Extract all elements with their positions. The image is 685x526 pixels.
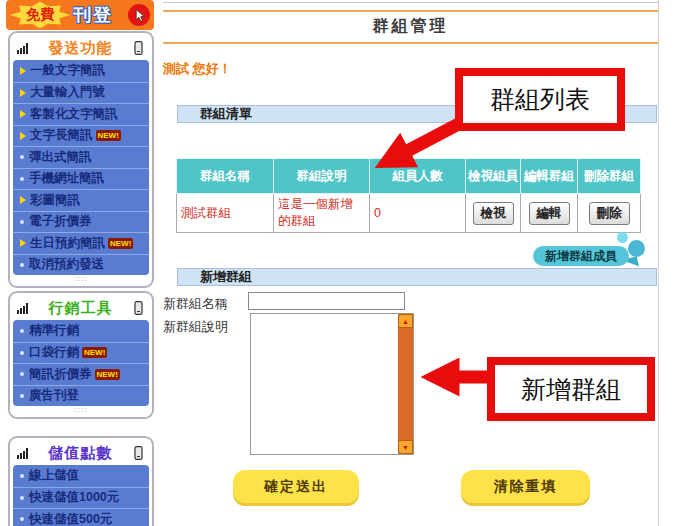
panel-head-points: 儲值點數 xyxy=(13,441,149,465)
textarea-scrollbar: ▲ ▼ xyxy=(398,314,413,454)
sidebar-item-ad-posting[interactable]: 廣告刊登 xyxy=(13,385,149,407)
sidebar-item-general-sms[interactable]: 一般文字簡訊 xyxy=(13,60,149,82)
cell-group-name: 測試群組 xyxy=(177,194,274,233)
sidebar-item-label: 生日預約簡訊 xyxy=(30,235,105,252)
scrollbar-thumb[interactable] xyxy=(398,328,413,440)
panel-title-points: 儲值點數 xyxy=(49,444,113,463)
cell-group-desc: 這是一個新增的群組 xyxy=(274,194,370,233)
new-group-name-input[interactable] xyxy=(248,292,405,310)
arrow-bullet-icon xyxy=(20,132,26,140)
sidebar-item-custom-sms[interactable]: 客製化文字簡訊 xyxy=(13,103,149,125)
circle-bullet-icon xyxy=(20,220,24,224)
sidebar-item-birthday-sms[interactable]: 生日預約簡訊 NEW! xyxy=(13,232,149,254)
signal-icon xyxy=(16,446,30,460)
page: 免費 刊登 發送功能 一般文字簡訊 xyxy=(0,0,685,526)
sidebar-item-label: 彩圖簡訊 xyxy=(30,192,80,209)
sidebar-item-pocket-marketing[interactable]: 口袋行銷 NEW! xyxy=(13,342,149,364)
circle-bullet-icon xyxy=(20,474,24,478)
sidebar-panel-points: 儲值點數 線上儲值 快速儲值1000元 快速儲值500元 xyxy=(8,436,154,526)
scroll-up-icon[interactable]: ▲ xyxy=(398,314,413,328)
signal-icon xyxy=(16,301,30,315)
bubble-decoration xyxy=(628,240,645,257)
delete-button[interactable]: 刪除 xyxy=(589,202,630,225)
circle-bullet-icon xyxy=(20,394,24,398)
promo-banner[interactable]: 免費 刊登 xyxy=(6,0,154,30)
group-table: 群組名稱 群組說明 組員人數 檢視組員 編輯群組 刪除群組 測試群組 這是一個新… xyxy=(176,158,641,233)
add-member-button[interactable]: 新增群組成員 xyxy=(533,246,629,266)
circle-bullet-icon xyxy=(20,177,24,181)
annotation-group-list: 群組列表 xyxy=(455,68,625,131)
new-group-desc-label: 新群組說明 xyxy=(163,318,228,336)
circle-bullet-icon xyxy=(20,263,24,267)
sidebar-item-cancel-scheduled[interactable]: 取消預約發送 xyxy=(13,254,149,276)
sidebar-panel-send: 發送功能 一般文字簡訊 大量輸入門號 客製化文字簡訊 文字長簡訊 xyxy=(8,31,154,288)
new-group-desc-field: ▲ ▼ xyxy=(250,313,414,455)
hand-cursor-icon xyxy=(128,4,150,26)
sidebar-item-label: 大量輸入門號 xyxy=(30,84,105,101)
sidebar-panel-marketing: 行銷工具 精準行銷 口袋行銷 NEW! 簡訊折價券 NEW! xyxy=(8,291,154,419)
submit-button[interactable]: 確定送出 xyxy=(233,470,359,503)
circle-bullet-icon xyxy=(20,329,24,333)
post-label: 刊登 xyxy=(73,3,113,27)
arrow-bullet-icon xyxy=(20,196,26,204)
circle-bullet-icon xyxy=(20,372,24,376)
clear-button[interactable]: 清除重填 xyxy=(461,470,590,503)
circle-bullet-icon xyxy=(20,155,24,159)
arrow-bullet-icon xyxy=(20,110,26,118)
sidebar-item-popup-sms[interactable]: 彈出式簡訊 xyxy=(13,146,149,168)
sidebar-item-picture-sms[interactable]: 彩圖簡訊 xyxy=(13,189,149,211)
sidebar-item-label: 精準行銷 xyxy=(29,322,79,339)
add-group-section-title: 新增群組 xyxy=(200,268,252,286)
marketing-menu: 精準行銷 口袋行銷 NEW! 簡訊折價券 NEW! 廣告刊登 xyxy=(13,320,149,406)
page-title: 群組管理 xyxy=(163,16,658,37)
sidebar-item-precision-marketing[interactable]: 精準行銷 xyxy=(13,320,149,342)
arrow-bullet-icon xyxy=(20,239,26,247)
sidebar-item-quick-topup-1000[interactable]: 快速儲值1000元 xyxy=(13,487,149,509)
greeting-text: 測試 您好！ xyxy=(163,60,232,78)
panel-title-send: 發送功能 xyxy=(49,39,113,58)
sidebar-item-label: 文字長簡訊 xyxy=(30,127,93,144)
sidebar-item-e-coupon[interactable]: 電子折價券 xyxy=(13,211,149,233)
sidebar-item-label: 電子折價券 xyxy=(29,213,92,230)
sidebar-item-label: 客製化文字簡訊 xyxy=(30,106,118,123)
sidebar-item-mobile-url-sms[interactable]: 手機網址簡訊 xyxy=(13,168,149,190)
sidebar-item-label: 一般文字簡訊 xyxy=(30,62,105,79)
col-member-count: 組員人數 xyxy=(370,159,466,194)
arrow-bullet-icon xyxy=(20,67,26,75)
sidebar-item-online-topup[interactable]: 線上儲值 xyxy=(13,465,149,487)
add-group-section-bar: 新增群組 xyxy=(177,268,657,286)
content-right-divider xyxy=(658,0,659,526)
sidebar-item-label: 線上儲值 xyxy=(29,467,79,484)
sidebar-item-bulk-numbers[interactable]: 大量輸入門號 xyxy=(13,82,149,104)
signal-icon xyxy=(16,41,30,55)
free-starburst-icon: 免費 xyxy=(10,2,70,29)
circle-bullet-icon xyxy=(20,517,24,521)
new-badge: NEW! xyxy=(108,238,133,249)
annotation-add-group: 新增群組 xyxy=(487,357,655,421)
table-row: 測試群組 這是一個新增的群組 0 檢視 編輯 刪除 xyxy=(177,194,641,233)
scroll-down-icon[interactable]: ▼ xyxy=(398,440,413,454)
edit-button[interactable]: 編輯 xyxy=(529,202,570,225)
sidebar-item-label: 快速儲值500元 xyxy=(29,511,112,526)
top-divider xyxy=(163,2,658,3)
panel-title-marketing: 行銷工具 xyxy=(49,299,113,318)
new-group-desc-textarea[interactable] xyxy=(251,314,398,454)
new-badge: NEW! xyxy=(96,130,121,141)
panel-head-send: 發送功能 xyxy=(13,36,149,60)
phone-icon xyxy=(131,301,146,315)
circle-bullet-icon xyxy=(20,351,24,355)
view-button[interactable]: 檢視 xyxy=(473,202,514,225)
panel-head-marketing: 行銷工具 xyxy=(13,296,149,320)
annotation-group-list-label: 群組列表 xyxy=(490,83,590,116)
table-header-row: 群組名稱 群組說明 組員人數 檢視組員 編輯群組 刪除群組 xyxy=(177,159,641,194)
panel-grip: :::: xyxy=(13,275,149,283)
col-group-desc: 群組說明 xyxy=(274,159,370,194)
col-edit-group: 編輯群組 xyxy=(521,159,578,194)
sidebar-item-sms-coupon[interactable]: 簡訊折價券 NEW! xyxy=(13,363,149,385)
sidebar-item-label: 彈出式簡訊 xyxy=(29,149,92,166)
circle-bullet-icon xyxy=(20,496,24,500)
sidebar-item-quick-topup-500[interactable]: 快速儲值500元 xyxy=(13,508,149,526)
sidebar-item-long-sms[interactable]: 文字長簡訊 NEW! xyxy=(13,125,149,147)
new-group-name-label: 新群組名稱 xyxy=(163,295,228,313)
new-badge: NEW! xyxy=(95,369,120,380)
